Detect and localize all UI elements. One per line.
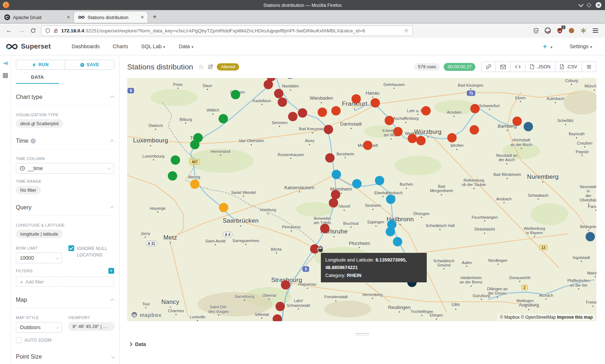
- map-point-main[interactable]: [416, 136, 426, 145]
- section-chart-type[interactable]: Chart type: [16, 94, 114, 105]
- panel-resize-handle[interactable]: [355, 332, 369, 336]
- map-point-steel[interactable]: [524, 122, 533, 131]
- run-button[interactable]: RUN: [16, 60, 65, 69]
- map-point-main[interactable]: [421, 106, 431, 115]
- map-point-main[interactable]: [331, 106, 341, 115]
- map-point-rhein[interactable]: [274, 89, 283, 98]
- map[interactable]: m mapbox © Mapbox © OpenStreetMap Improv…: [127, 78, 596, 321]
- map-point-rhein[interactable]: [264, 80, 273, 89]
- new-tab-button[interactable]: +: [153, 13, 157, 23]
- map-point-main[interactable]: [351, 94, 361, 104]
- close-window-icon[interactable]: ✕: [596, 2, 601, 8]
- map-point-rhein[interactable]: [298, 108, 307, 118]
- map-point-neckar[interactable]: [386, 195, 395, 204]
- row-limit-select[interactable]: 10000: [16, 252, 62, 263]
- nav-dashboards[interactable]: Dashboards: [72, 44, 100, 49]
- insecure-lock-icon[interactable]: [53, 28, 58, 33]
- add-new-button[interactable]: + ▼: [543, 42, 553, 50]
- map-point-saar[interactable]: [219, 203, 228, 212]
- superset-logo[interactable]: Superset: [6, 42, 51, 50]
- tab-apache-druid[interactable]: Apache Druid ✕: [0, 12, 74, 23]
- shield-icon[interactable]: [45, 28, 50, 33]
- save-button[interactable]: SAVE: [65, 60, 114, 69]
- download-json-button[interactable]: .JSON: [525, 62, 555, 72]
- expand-panel-icon[interactable]: [3, 60, 8, 66]
- email-button[interactable]: [496, 62, 510, 72]
- cookie-icon[interactable]: [568, 27, 575, 34]
- privacy-mask-icon[interactable]: [544, 27, 551, 34]
- colorful-asterisk-icon[interactable]: [580, 27, 587, 34]
- chart-menu-button[interactable]: [582, 62, 596, 72]
- ignore-null-checkbox[interactable]: [68, 245, 74, 251]
- map-point-neckar[interactable]: [386, 227, 395, 236]
- map-point-main[interactable]: [318, 108, 327, 117]
- map-point-rhein[interactable]: [273, 314, 282, 321]
- nav-charts[interactable]: Charts: [113, 44, 128, 49]
- add-filter-box[interactable]: +Add filter: [16, 277, 114, 287]
- map-point-main[interactable]: [371, 98, 380, 108]
- map-point-main[interactable]: [408, 134, 417, 143]
- auto-zoom-checkbox[interactable]: [16, 337, 22, 343]
- map-point-mosel[interactable]: [219, 114, 228, 123]
- viewport-value[interactable]: 8° 46' 45.28" | 49...: [68, 322, 115, 331]
- map-point-main[interactable]: [470, 125, 479, 135]
- favorite-star-icon[interactable]: ☆: [198, 63, 204, 71]
- mapbox-logo[interactable]: m mapbox: [131, 311, 162, 318]
- nav-settings[interactable]: Settings▼: [570, 44, 593, 49]
- section-map[interactable]: Map: [16, 297, 114, 308]
- map-point-main[interactable]: [363, 141, 372, 150]
- map-point-rhein[interactable]: [329, 198, 338, 208]
- share-link-button[interactable]: [481, 62, 496, 72]
- forward-button[interactable]: →: [17, 27, 27, 34]
- maximize-icon[interactable]: [587, 3, 591, 8]
- map-point-main[interactable]: [393, 127, 403, 136]
- improve-map-link[interactable]: Improve this map: [557, 315, 593, 320]
- map-point-rhein[interactable]: [288, 112, 297, 121]
- map-point-rhein[interactable]: [275, 302, 285, 311]
- url-bar[interactable]: 172.18.0.4:32251/superset/explore/?form_…: [41, 26, 413, 36]
- map-point-rhein[interactable]: [278, 97, 287, 107]
- minimize-icon[interactable]: [578, 2, 583, 7]
- map-point-main[interactable]: [512, 117, 522, 126]
- time-column-select[interactable]: __time: [16, 163, 114, 174]
- map-point-saar[interactable]: [190, 179, 200, 189]
- data-panel-toggle[interactable]: Data: [120, 336, 605, 347]
- map-point-mosel[interactable]: [171, 155, 180, 165]
- tab-close-icon[interactable]: ✕: [67, 15, 70, 20]
- map-point-rhein[interactable]: [281, 280, 290, 290]
- pocket-icon[interactable]: [533, 27, 539, 34]
- section-point-size[interactable]: Point Size: [16, 354, 114, 364]
- back-button[interactable]: ←: [4, 27, 14, 34]
- section-query[interactable]: Query: [16, 204, 114, 216]
- map-point-main[interactable]: [385, 116, 394, 125]
- map-point-neckar[interactable]: [332, 170, 341, 179]
- dataset-grid-icon[interactable]: [3, 73, 8, 78]
- reload-icon[interactable]: [30, 28, 36, 33]
- edit-pencil-icon[interactable]: [208, 64, 213, 69]
- map-point-rhein[interactable]: [320, 224, 330, 233]
- map-point-mosel[interactable]: [168, 171, 177, 181]
- browser-menu-icon[interactable]: [592, 27, 599, 34]
- tab-data[interactable]: DATA: [16, 70, 59, 84]
- mapbox-attrib[interactable]: © Mapbox: [500, 315, 521, 320]
- map-point-main[interactable]: [447, 133, 457, 142]
- section-time[interactable]: Timei: [16, 138, 114, 149]
- ublock-icon[interactable]: 2: [556, 27, 563, 34]
- map-point-main[interactable]: [470, 104, 480, 113]
- map-style-select[interactable]: Outdoors: [16, 322, 62, 333]
- osm-attrib[interactable]: © OpenStreetMap: [521, 315, 557, 320]
- map-point-rhein[interactable]: [325, 153, 335, 163]
- map-point-neckar[interactable]: [393, 237, 402, 246]
- time-range-value[interactable]: No filter: [16, 186, 41, 194]
- map-point-steel[interactable]: [586, 232, 595, 241]
- map-point-mosel[interactable]: [231, 90, 240, 99]
- map-point-neckar[interactable]: [375, 176, 384, 185]
- map-point-rhein[interactable]: [324, 125, 333, 134]
- map-point-mosel[interactable]: [190, 140, 200, 149]
- embed-code-button[interactable]: [510, 62, 525, 72]
- map-point-neckar[interactable]: [352, 179, 362, 188]
- add-filter-plus-button[interactable]: +: [108, 268, 114, 274]
- tab-close-icon[interactable]: ✕: [140, 15, 144, 20]
- download-csv-button[interactable]: .CSV: [555, 62, 582, 72]
- tab-stations-distribution[interactable]: Stations distribution ✕: [74, 12, 148, 23]
